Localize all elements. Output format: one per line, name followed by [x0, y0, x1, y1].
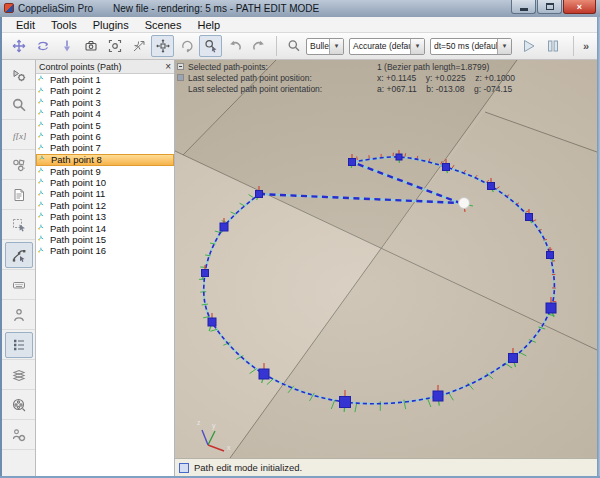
- box-toggle-icon[interactable]: [177, 74, 184, 81]
- selected-path-point-marker[interactable]: [459, 198, 470, 209]
- avatar-icon: [12, 308, 26, 322]
- path-edit-button[interactable]: [5, 242, 33, 268]
- path-point-icon: [39, 155, 48, 164]
- titlebar[interactable]: CoppeliaSim Pro New file - rendering: 5 …: [0, 0, 600, 18]
- minimize-button[interactable]: [511, 0, 536, 14]
- layers-button[interactable]: [5, 362, 33, 388]
- toolbar-overflow-button[interactable]: »: [579, 40, 593, 52]
- fit-to-view-button[interactable]: [103, 35, 126, 57]
- model-properties-button[interactable]: [5, 152, 33, 178]
- side-toolbar-cell: [2, 330, 35, 360]
- list-item-path-point-14[interactable]: Path point 14: [36, 223, 174, 234]
- selection-button[interactable]: [5, 212, 33, 238]
- simulation-accuracy-combo[interactable]: Accurate (default) ▾: [349, 38, 425, 55]
- coppeliasim-window: CoppeliaSim Pro New file - rendering: 5 …: [0, 0, 600, 478]
- menu-item-plugins[interactable]: Plugins: [85, 18, 137, 32]
- list-item-path-point-10[interactable]: Path point 10: [36, 177, 174, 188]
- physics-engine-combo[interactable]: Bullet ▾: [306, 38, 344, 55]
- path-point-icon: [38, 178, 47, 187]
- list-item-label: Path point 1: [50, 74, 101, 86]
- scene-canvas: xyz: [175, 60, 597, 458]
- magnifier-button[interactable]: [282, 35, 305, 57]
- list-item-path-point-13[interactable]: Path point 13: [36, 211, 174, 222]
- maximize-button[interactable]: [537, 0, 562, 14]
- list-item-path-point-16[interactable]: Path point 16: [36, 245, 174, 256]
- list-item-path-point-5[interactable]: Path point 5: [36, 120, 174, 131]
- chevron-down-icon[interactable]: ▾: [410, 39, 424, 54]
- user-settings-button[interactable]: [5, 422, 33, 448]
- app-icon: [4, 3, 14, 13]
- list-item-path-point-2[interactable]: Path point 2: [36, 85, 174, 96]
- list-item-path-point-12[interactable]: Path point 12: [36, 200, 174, 211]
- redo-icon: [252, 39, 266, 53]
- svg-text:z: z: [197, 419, 201, 426]
- main-toolbar: Bullet ▾ Accurate (default) ▾ dt=50 ms (…: [2, 33, 597, 60]
- panel-close-button[interactable]: ×: [165, 62, 171, 72]
- chevron-down-icon[interactable]: ▾: [329, 39, 343, 54]
- camera-shift-button[interactable]: [79, 35, 102, 57]
- list-item-path-point-15[interactable]: Path point 15: [36, 234, 174, 245]
- simulation-timestep-combo[interactable]: dt=50 ms (default) ▾: [430, 38, 512, 55]
- svg-text:x: x: [227, 444, 231, 451]
- toolbar-separator: [573, 36, 574, 56]
- collapse-toggle-icon[interactable]: [177, 63, 184, 70]
- status-bar: Path edit mode initialized.: [175, 458, 597, 476]
- list-item-label: Path point 5: [50, 120, 101, 132]
- undo-icon: [228, 39, 242, 53]
- click-selection-icon: [204, 39, 218, 53]
- list-item-path-point-9[interactable]: Path point 9: [36, 166, 174, 177]
- chevron-down-icon[interactable]: ▾: [497, 39, 511, 54]
- object-rotate-button[interactable]: [175, 35, 198, 57]
- object-translate-button[interactable]: [151, 35, 174, 57]
- app-name: CoppeliaSim Pro: [18, 3, 93, 14]
- control-points-panel: Control points (Path) × Path point 1Path…: [36, 60, 175, 476]
- list-item-path-point-7[interactable]: Path point 7: [36, 142, 174, 153]
- 3d-viewport[interactable]: xyz Selected path-points:1 (Bezier path …: [175, 60, 597, 458]
- side-toolbar-cell: [2, 210, 35, 240]
- list-item-path-point-6[interactable]: Path point 6: [36, 131, 174, 142]
- panel-title: Control points (Path): [39, 62, 165, 72]
- magnifier-icon: [287, 39, 301, 53]
- list-item-label: Path point 4: [50, 108, 101, 120]
- start-simulation-button[interactable]: [517, 35, 540, 57]
- info-row: Last selected path point orientation:a: …: [175, 84, 597, 95]
- simulation-timestep-value: dt=50 ms (default): [431, 41, 497, 51]
- camera-zoom-button[interactable]: [55, 35, 78, 57]
- fly-mode-button[interactable]: [127, 35, 150, 57]
- path-point-icon: [38, 144, 47, 153]
- pause-simulation-button[interactable]: [541, 35, 564, 57]
- menu-item-edit[interactable]: Edit: [8, 18, 43, 32]
- redo-button[interactable]: [247, 35, 270, 57]
- window-border: [0, 17, 2, 478]
- hierarchy-list-button[interactable]: [5, 332, 33, 358]
- side-toolbar-cell: [2, 300, 35, 330]
- script-button[interactable]: [5, 182, 33, 208]
- video-recorder-button[interactable]: [5, 392, 33, 418]
- list-item-label: Path point 12: [50, 200, 106, 212]
- close-button[interactable]: ×: [563, 0, 596, 14]
- list-item-path-point-1[interactable]: Path point 1: [36, 74, 174, 85]
- menu-item-help[interactable]: Help: [189, 18, 228, 32]
- minimize-icon: [520, 8, 528, 11]
- expression-button[interactable]: f[x]: [5, 122, 33, 148]
- list-item-path-point-4[interactable]: Path point 4: [36, 108, 174, 119]
- click-selection-button[interactable]: [199, 35, 222, 57]
- undo-button[interactable]: [223, 35, 246, 57]
- zoom-dialog-button[interactable]: [5, 92, 33, 118]
- list-item-path-point-11[interactable]: Path point 11: [36, 189, 174, 200]
- simulation-settings-button[interactable]: [5, 62, 33, 88]
- side-toolbar-cell: [2, 60, 35, 90]
- keyboard-button[interactable]: [5, 272, 33, 298]
- menu-item-scenes[interactable]: Scenes: [137, 18, 190, 32]
- camera-pan-button[interactable]: [7, 35, 30, 57]
- list-item-label: Path point 16: [50, 245, 106, 257]
- info-label: Last selected path point position:: [188, 73, 312, 83]
- menu-item-tools[interactable]: Tools: [43, 18, 85, 32]
- camera-rotate-button[interactable]: [31, 35, 54, 57]
- avatar-button[interactable]: [5, 302, 33, 328]
- path-point-icon: [38, 201, 47, 210]
- list-item-path-point-3[interactable]: Path point 3: [36, 97, 174, 108]
- side-toolbar-cell: [2, 90, 35, 120]
- expression-icon: f[x]: [12, 128, 26, 142]
- list-item-path-point-8[interactable]: Path point 8: [36, 154, 174, 166]
